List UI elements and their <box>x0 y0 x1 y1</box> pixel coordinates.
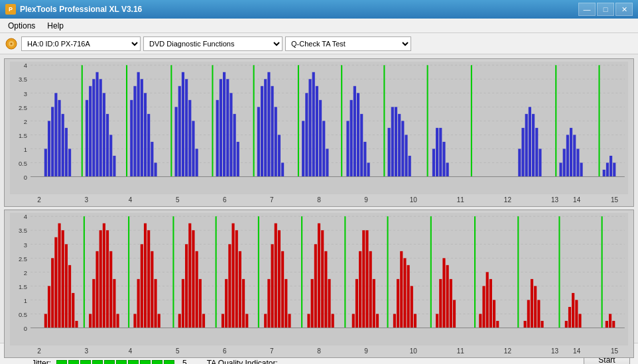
svg-rect-112 <box>539 149 541 176</box>
svg-rect-44 <box>141 79 143 176</box>
svg-rect-31 <box>86 100 88 177</box>
svg-rect-147 <box>48 286 50 328</box>
svg-rect-224 <box>403 258 406 328</box>
x-label-b11: 11 <box>457 347 464 355</box>
svg-rect-80 <box>319 100 322 177</box>
svg-rect-66 <box>257 107 260 176</box>
svg-rect-258 <box>612 321 615 328</box>
chart-top: 4 3.5 3 2.5 2 1.5 1 0.5 0 <box>4 58 634 207</box>
svg-point-2 <box>11 42 13 44</box>
svg-rect-76 <box>305 93 308 176</box>
maximize-button[interactable]: □ <box>597 3 614 16</box>
svg-rect-181 <box>196 251 198 328</box>
svg-rect-190 <box>239 251 241 328</box>
svg-rect-50 <box>175 107 178 176</box>
svg-rect-209 <box>328 279 330 328</box>
svg-rect-247 <box>537 300 540 328</box>
svg-rect-207 <box>321 230 324 328</box>
test-select[interactable]: Q-Check TA Test <box>285 36 411 51</box>
svg-rect-36 <box>103 93 105 176</box>
svg-rect-52 <box>182 72 184 177</box>
svg-rect-73 <box>281 162 284 176</box>
svg-rect-213 <box>355 279 358 328</box>
svg-rect-229 <box>436 314 438 328</box>
jitter-seg-9 <box>152 360 162 365</box>
svg-rect-96 <box>401 121 404 176</box>
svg-rect-164 <box>113 279 115 328</box>
svg-text:4: 4 <box>24 62 27 69</box>
svg-rect-149 <box>54 237 57 328</box>
svg-rect-95 <box>398 114 401 177</box>
svg-rect-45 <box>144 93 147 176</box>
svg-rect-68 <box>264 79 267 176</box>
svg-rect-187 <box>228 244 231 328</box>
jitter-seg-3 <box>80 360 91 365</box>
close-button[interactable]: ✕ <box>615 3 633 16</box>
svg-rect-67 <box>261 86 263 177</box>
svg-rect-78 <box>312 72 315 177</box>
function-select[interactable]: DVD Diagnostic Functions <box>143 36 283 51</box>
svg-rect-69 <box>267 72 270 177</box>
svg-rect-252 <box>572 293 574 328</box>
svg-rect-159 <box>96 251 98 328</box>
jitter-label: Jitter: <box>8 359 51 365</box>
svg-rect-201 <box>288 314 290 328</box>
svg-rect-168 <box>137 279 140 328</box>
drive-select[interactable]: HA:0 ID:0 PX-716A <box>21 36 141 51</box>
svg-rect-82 <box>326 149 328 176</box>
svg-text:0: 0 <box>24 174 27 181</box>
jitter-seg-2 <box>68 360 79 365</box>
svg-rect-157 <box>89 314 92 328</box>
svg-rect-188 <box>231 223 234 328</box>
svg-rect-28 <box>65 128 68 177</box>
chart-bottom-svg: 4 3.5 3 2.5 2 1.5 1 0.5 0 <box>10 213 628 345</box>
jitter-bar <box>56 360 174 365</box>
svg-text:3: 3 <box>24 241 27 248</box>
svg-rect-43 <box>137 72 140 177</box>
svg-rect-148 <box>51 258 54 328</box>
svg-rect-244 <box>527 300 530 328</box>
metrics-right: TA Quality Indicator: Excellent <box>207 359 278 365</box>
svg-text:3.5: 3.5 <box>19 227 27 234</box>
svg-rect-152 <box>65 244 68 328</box>
chart-bottom-xaxis: 2 3 4 5 6 7 8 9 10 11 12 13 14 15 <box>5 345 633 357</box>
svg-rect-191 <box>242 279 245 328</box>
window-controls: — □ ✕ <box>578 3 633 16</box>
minimize-button[interactable]: — <box>578 3 596 16</box>
svg-rect-81 <box>322 121 325 176</box>
x-label-b13: 13 <box>551 347 558 355</box>
svg-rect-62 <box>229 93 232 176</box>
svg-rect-77 <box>308 79 311 176</box>
svg-rect-183 <box>202 314 205 328</box>
svg-rect-47 <box>151 142 153 177</box>
jitter-seg-5 <box>104 360 115 365</box>
menu-help[interactable]: Help <box>42 20 69 32</box>
x-label-5: 5 <box>176 196 180 204</box>
svg-rect-32 <box>89 86 92 177</box>
menu-options[interactable]: Options <box>3 20 40 32</box>
svg-rect-86 <box>353 86 356 177</box>
svg-rect-251 <box>568 307 571 328</box>
svg-rect-204 <box>311 279 314 328</box>
svg-rect-120 <box>580 162 583 176</box>
svg-rect-237 <box>482 286 485 328</box>
jitter-seg-8 <box>140 360 151 365</box>
svg-rect-25 <box>54 93 57 176</box>
title-bar: P PlexTools Professional XL V3.16 — □ ✕ <box>0 0 638 19</box>
svg-rect-84 <box>346 121 349 176</box>
svg-rect-23 <box>48 121 50 176</box>
svg-rect-51 <box>178 86 181 177</box>
svg-rect-218 <box>373 279 375 328</box>
svg-rect-186 <box>225 279 227 328</box>
svg-rect-88 <box>360 114 363 177</box>
x-label-4: 4 <box>129 196 133 204</box>
x-label-2: 2 <box>37 196 41 204</box>
menu-bar: Options Help <box>0 19 638 33</box>
x-label-6: 6 <box>223 196 227 204</box>
svg-text:2: 2 <box>24 117 27 125</box>
x-label-b10: 10 <box>410 347 417 355</box>
svg-rect-27 <box>62 114 64 177</box>
svg-rect-119 <box>576 149 579 176</box>
svg-rect-217 <box>369 251 372 328</box>
svg-rect-114 <box>559 162 562 176</box>
